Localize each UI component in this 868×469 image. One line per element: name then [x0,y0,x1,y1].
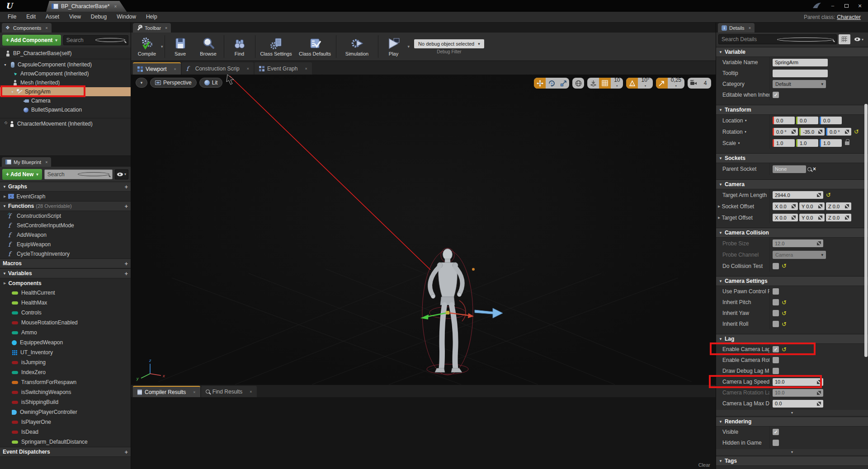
camera-speed-value[interactable]: 4 [699,78,711,89]
function-item[interactable]: AddWeapon [0,230,131,239]
expander-icon[interactable] [4,63,8,66]
add-macro-button[interactable] [124,260,128,267]
close-icon[interactable] [165,26,167,30]
scale-snap-button[interactable] [656,78,668,89]
variable-item[interactable]: Ammo [0,328,131,338]
property-matrix-button[interactable] [839,34,850,44]
add-variable-button[interactable] [124,270,128,277]
components-search-input[interactable]: Search [63,35,128,45]
compile-button[interactable]: Compile [133,33,161,60]
reset-to-default-icon[interactable] [782,300,787,305]
drag-grip-icon[interactable] [817,402,821,406]
rotation-z-input[interactable]: 0.0 ° [826,128,851,136]
tab-components[interactable]: Components [2,23,52,33]
variable-item[interactable]: HealthMax [0,298,131,308]
minimize-button[interactable] [826,1,839,10]
target-arm-length-input[interactable]: 2944.0 [773,191,823,199]
variable-item[interactable]: UT_Inventory [0,347,131,357]
viewport-options-button[interactable] [136,78,147,88]
location-label[interactable]: Location [716,115,769,126]
section-header-transform[interactable]: Transform [716,105,868,115]
scale-x-input[interactable]: 1.0 [773,139,795,147]
component-item-springarm[interactable]: SpringArm [0,87,131,96]
debug-object-dropdown[interactable]: No debug object selected [414,39,484,48]
tab-construction-script[interactable]: Construction Scrip [182,62,254,75]
variables-section-header[interactable]: Variables [0,268,131,278]
clear-button[interactable]: Clear [698,462,710,468]
expander-icon[interactable] [718,216,720,220]
menu-item[interactable]: Help [141,12,162,22]
expander-icon[interactable] [11,90,15,94]
variable-item[interactable]: OwningPlayerController [0,407,131,417]
add-function-button[interactable] [124,203,128,210]
save-button[interactable]: Save [166,33,194,60]
variable-item[interactable]: Springarm_DefaultDistance [0,437,131,447]
socket-offset-x-input[interactable]: X 0.0 [773,202,798,210]
add-component-button[interactable]: + Add Component [2,35,61,46]
scale-tool-button[interactable] [557,78,569,89]
graphs-section-header[interactable]: Graphs [0,182,131,192]
socket-offset-label[interactable]: Socket Offset [716,201,769,212]
tab-event-graph[interactable]: Event Graph [255,62,312,75]
lit-mode-button[interactable]: Lit [199,78,223,88]
event-dispatchers-section-header[interactable]: Event Dispatchers [0,447,131,457]
variable-item[interactable]: Controls [0,308,131,318]
class-settings-button[interactable]: Class Settings [257,33,296,60]
variable-item[interactable]: HealthCurrent [0,288,131,298]
clear-socket-icon[interactable] [813,166,816,172]
close-icon[interactable] [247,66,249,71]
reset-to-default-icon[interactable] [854,129,859,135]
tab-details[interactable]: Details [718,23,755,33]
do-collision-test-checkbox[interactable] [773,263,779,269]
tab-viewport[interactable]: Viewport [133,62,181,75]
function-item[interactable]: SetControllerInputMode [0,220,131,230]
drag-grip-icon[interactable] [792,130,796,134]
close-icon[interactable] [305,66,307,71]
variable-item[interactable]: IsDead [0,427,131,437]
asset-tab[interactable]: BP_CharacterBase* [46,1,127,12]
add-new-button[interactable]: + Add New [2,169,42,180]
maximize-button[interactable] [840,1,853,10]
function-item[interactable]: EquipWeapon [0,239,131,249]
drag-grip-icon[interactable] [845,216,849,220]
drag-grip-icon[interactable] [818,204,822,208]
section-header-camera[interactable]: Camera [716,179,868,189]
inherit-roll-checkbox[interactable] [773,321,779,327]
browse-button[interactable]: Browse [194,33,222,60]
menu-item[interactable]: Debug [86,12,112,22]
grid-snap-value[interactable]: 10 [611,78,623,89]
camera-speed-button[interactable] [688,78,699,89]
surface-snap-button[interactable] [587,78,599,89]
section-header-camera-settings[interactable]: Camera Settings [716,276,868,286]
viewport-3d[interactable]: z y x Perspective Lit [131,75,716,385]
section-header-rendering[interactable]: Rendering [716,417,868,427]
drag-grip-icon[interactable] [817,380,821,384]
drag-grip-icon[interactable] [845,204,849,208]
component-item-camera[interactable]: Camera [0,96,131,105]
close-icon[interactable] [749,26,751,30]
reset-to-default-icon[interactable] [782,321,787,327]
component-item-capsule[interactable]: CapsuleComponent (Inherited) [0,60,131,69]
tab-toolbar[interactable]: Toolbar [133,23,171,33]
move-tool-button[interactable] [534,78,546,89]
functions-section-header[interactable]: Functions (28 Overridable) [0,201,131,211]
add-dispatcher-button[interactable] [124,449,128,455]
use-pawn-control-checkbox[interactable] [773,288,779,295]
event-graph-item[interactable]: EventGraph [0,192,131,201]
menu-item[interactable]: Edit [21,12,41,22]
menu-item[interactable]: File [3,12,21,22]
expander-icon[interactable] [4,281,6,285]
close-icon[interactable] [45,26,47,30]
tab-my-blueprint[interactable]: My Blueprint [2,157,51,167]
perspective-button[interactable]: Perspective [150,78,197,88]
expander-icon[interactable] [718,204,720,208]
rotation-snap-button[interactable] [626,78,638,89]
target-offset-x-input[interactable]: X 0.0 [773,214,798,221]
components-group-row[interactable]: Components [0,278,131,288]
visibility-filter-button[interactable] [115,169,128,179]
play-options-caret[interactable] [408,44,410,49]
find-button[interactable]: Find [226,33,254,60]
reset-to-default-icon[interactable] [782,263,787,269]
drag-grip-icon[interactable] [792,204,796,208]
reset-to-default-icon[interactable] [826,192,831,198]
